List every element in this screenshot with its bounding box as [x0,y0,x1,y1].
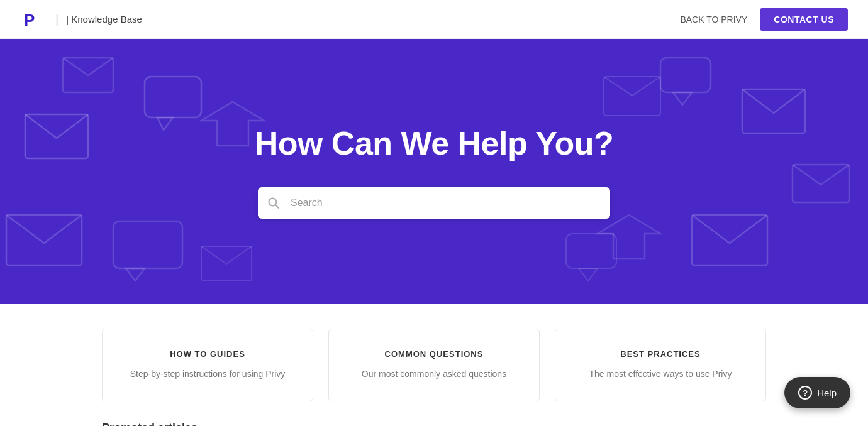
svg-rect-11 [692,215,767,265]
svg-rect-4 [6,215,82,265]
svg-marker-19 [598,215,660,259]
common-questions-card[interactable]: COMMON QUESTIONS Our most commonly asked… [328,329,540,401]
svg-marker-6 [157,117,173,130]
site-header: P | | Knowledge Base BACK TO PRIVY CONTA… [0,0,868,39]
header-right: BACK TO PRIVY CONTACT US [680,8,848,31]
header-divider: | [55,12,58,26]
svg-rect-3 [63,58,113,92]
back-to-privy-link[interactable]: BACK TO PRIVY [680,14,747,25]
help-icon-text: ? [803,388,808,398]
cards-row: HOW TO GUIDES Step-by-step instructions … [102,303,766,401]
privy-logo-icon: P [20,6,48,33]
promoted-section: Promoted articles Using The Privy Design… [0,401,868,426]
search-input[interactable] [258,187,610,219]
search-container [258,187,610,219]
how-to-guides-card[interactable]: HOW TO GUIDES Step-by-step instructions … [102,329,313,401]
svg-marker-17 [579,268,598,281]
header-left: P | | Knowledge Base [20,6,142,33]
promoted-articles-title: Promoted articles [102,422,766,426]
search-icon [268,197,279,209]
common-questions-title: COMMON QUESTIONS [347,349,521,359]
svg-rect-10 [793,165,849,202]
svg-line-21 [275,205,279,208]
hero-background-decorations [0,39,868,304]
svg-rect-14 [201,246,252,281]
svg-rect-15 [604,77,660,116]
svg-rect-2 [25,114,88,158]
svg-rect-9 [742,89,805,133]
hero-title: How Can We Help You? [255,124,614,162]
knowledge-base-label: | Knowledge Base [66,14,142,25]
svg-rect-12 [660,58,711,92]
best-practices-desc: The most effective ways to use Privy [573,368,748,381]
best-practices-card[interactable]: BEST PRACTICES The most effective ways t… [555,329,766,401]
svg-marker-13 [673,92,692,105]
contact-us-button[interactable]: CONTACT US [760,8,848,31]
cards-section: HOW TO GUIDES Step-by-step instructions … [0,303,868,401]
logo-container[interactable]: P | | Knowledge Base [20,6,142,33]
help-button[interactable]: ? Help [784,377,850,408]
how-to-guides-title: HOW TO GUIDES [120,349,295,359]
help-circle-icon: ? [798,386,812,400]
svg-rect-7 [113,221,182,268]
help-button-label: Help [817,388,837,398]
svg-rect-5 [145,77,201,117]
svg-rect-16 [566,234,616,268]
how-to-guides-desc: Step-by-step instructions for using Priv… [120,368,295,381]
common-questions-desc: Our most commonly asked questions [347,368,521,381]
svg-marker-8 [126,268,145,281]
best-practices-title: BEST PRACTICES [573,349,748,359]
hero-section: How Can We Help You? [0,39,868,304]
svg-text:P: P [24,11,35,30]
